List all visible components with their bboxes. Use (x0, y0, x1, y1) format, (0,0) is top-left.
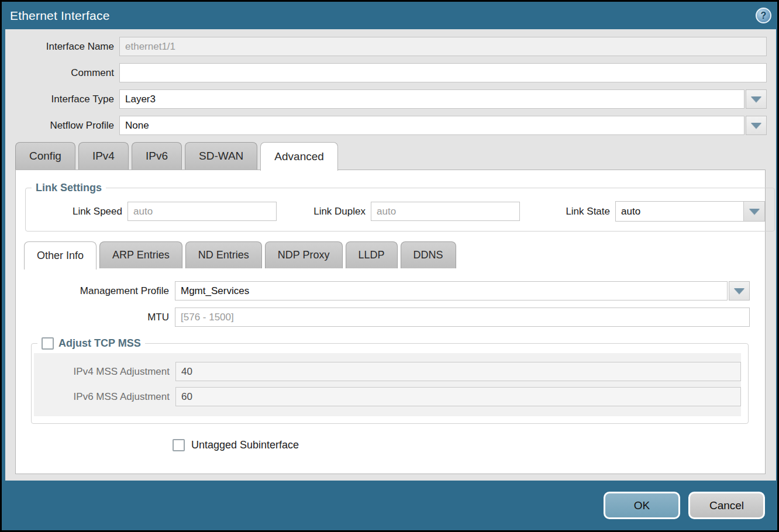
tab-ipv6[interactable]: IPv6 (132, 142, 182, 170)
netflow-profile-row: Netflow Profile (5, 116, 767, 135)
tab-sd-wan[interactable]: SD-WAN (185, 142, 257, 170)
adjust-tcp-mss-legend: Adjust TCP MSS (37, 337, 145, 350)
ok-button[interactable]: OK (604, 492, 680, 519)
cancel-button[interactable]: Cancel (688, 492, 765, 519)
dialog-titlebar: Ethernet Interface ? (2, 2, 777, 29)
untagged-subinterface-row: Untagged Subinterface (173, 439, 765, 451)
interface-name-label: Interface Name (5, 41, 114, 53)
sub-tab-bar: Other Info ARP Entries ND Entries NDP Pr… (24, 241, 765, 268)
netflow-profile-label: Netflow Profile (5, 120, 114, 132)
adjust-tcp-mss-checkbox[interactable] (42, 337, 54, 350)
tab-ndp-proxy[interactable]: NDP Proxy (265, 241, 343, 268)
chevron-down-icon (749, 209, 760, 215)
dialog-footer: OK Cancel (2, 481, 777, 530)
tab-advanced[interactable]: Advanced (260, 142, 338, 171)
link-duplex-label: Link Duplex (303, 206, 366, 217)
ipv6-mss-field (175, 387, 741, 406)
link-state-dropdown-button[interactable] (743, 202, 764, 221)
comment-field[interactable] (119, 63, 767, 82)
link-settings-fieldset: Link Settings Link Speed Link Duplex Lin… (25, 182, 775, 232)
management-profile-label: Management Profile (16, 285, 169, 297)
mtu-field[interactable] (175, 308, 750, 327)
mtu-label: MTU (16, 312, 169, 323)
chevron-down-icon (751, 96, 761, 102)
management-profile-dropdown-button[interactable] (729, 281, 750, 300)
comment-label: Comment (5, 67, 114, 79)
link-state-value: auto (616, 202, 743, 221)
untagged-subinterface-label: Untagged Subinterface (191, 439, 299, 451)
netflow-profile-field[interactable] (119, 116, 744, 135)
ipv6-mss-row: IPv6 MSS Adjustment (34, 384, 741, 409)
tab-nd-entries[interactable]: ND Entries (185, 241, 262, 268)
dialog-title: Ethernet Interface (10, 9, 110, 23)
interface-name-field (119, 37, 767, 56)
interface-name-row: Interface Name (5, 37, 767, 56)
management-profile-row: Management Profile (16, 281, 750, 300)
ipv4-mss-field (175, 362, 741, 381)
link-state-label: Link State (556, 206, 610, 217)
main-tab-bar: Config IPv4 IPv6 SD-WAN Advanced (15, 142, 767, 170)
ipv4-mss-row: IPv4 MSS Adjustment (34, 359, 741, 384)
tab-config[interactable]: Config (15, 142, 75, 170)
tab-lldp[interactable]: LLDP (346, 241, 398, 268)
tab-other-info[interactable]: Other Info (24, 241, 96, 270)
adjust-tcp-mss-legend-text: Adjust TCP MSS (58, 337, 141, 350)
link-state-dropdown[interactable]: auto (615, 201, 765, 222)
interface-type-field[interactable] (119, 89, 744, 109)
advanced-tab-panel: Link Settings Link Speed Link Duplex Lin… (15, 170, 766, 474)
adjust-tcp-mss-fieldset: Adjust TCP MSS IPv4 MSS Adjustment IPv6 … (31, 337, 749, 424)
tab-arp-entries[interactable]: ARP Entries (99, 241, 182, 268)
ipv4-mss-label: IPv4 MSS Adjustment (34, 366, 170, 378)
management-profile-field[interactable] (175, 281, 728, 300)
mtu-row: MTU (16, 308, 750, 327)
interface-type-row: Interface Type (5, 89, 767, 109)
interface-type-label: Interface Type (5, 94, 114, 105)
tab-ipv4[interactable]: IPv4 (78, 142, 129, 170)
help-icon[interactable]: ? (756, 8, 771, 23)
interface-type-dropdown-button[interactable] (746, 89, 767, 109)
link-duplex-field[interactable] (371, 202, 520, 221)
chevron-down-icon (734, 288, 744, 294)
comment-row: Comment (5, 63, 767, 82)
link-settings-row: Link Speed Link Duplex Link State auto (26, 196, 774, 222)
link-speed-label: Link Speed (26, 206, 122, 217)
mss-disabled-panel: IPv4 MSS Adjustment IPv6 MSS Adjustment (34, 353, 741, 416)
ethernet-interface-dialog: Ethernet Interface ? Interface Name Comm… (2, 2, 777, 530)
dialog-body: Interface Name Comment Interface Type Ne… (5, 29, 776, 481)
link-settings-legend: Link Settings (32, 182, 106, 194)
screen: Ethernet Interface ? Interface Name Comm… (0, 0, 779, 532)
untagged-subinterface-checkbox[interactable] (173, 439, 185, 451)
link-speed-field[interactable] (127, 202, 277, 221)
netflow-profile-dropdown-button[interactable] (746, 116, 767, 135)
chevron-down-icon (751, 123, 761, 129)
ipv6-mss-label: IPv6 MSS Adjustment (34, 391, 170, 403)
tab-ddns[interactable]: DDNS (401, 241, 456, 268)
